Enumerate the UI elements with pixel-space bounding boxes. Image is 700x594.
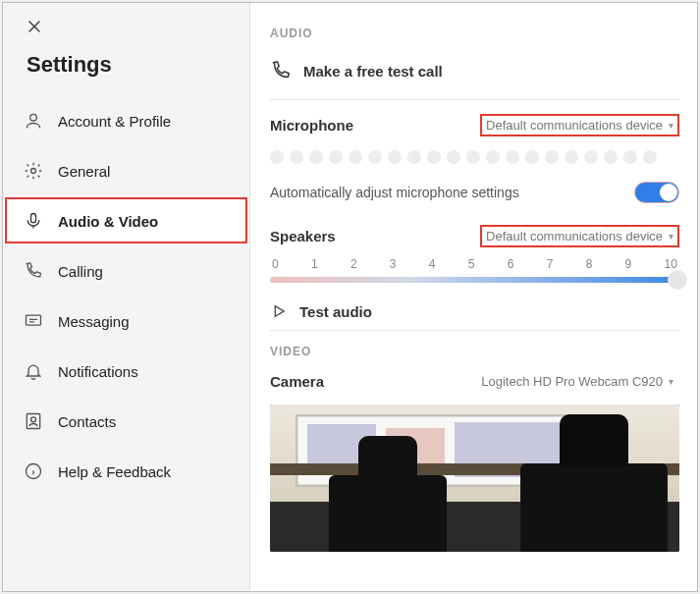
sidebar-item-general[interactable]: General [3, 145, 249, 195]
settings-sidebar: Settings Account & Profile General Audio… [3, 3, 250, 591]
auto-adjust-label: Automatically adjust microphone settings [270, 185, 519, 200]
sidebar-item-messaging[interactable]: Messaging [3, 296, 249, 346]
sidebar-item-label: Calling [58, 263, 103, 280]
test-audio-label: Test audio [299, 303, 372, 320]
camera-row: Camera Logitech HD Pro Webcam C920 ▾ [270, 370, 679, 393]
microphone-level-meter [270, 150, 679, 164]
gear-icon [23, 160, 44, 182]
microphone-label: Microphone [270, 117, 353, 134]
volume-scale-numbers: 012345678910 [270, 257, 679, 271]
svg-rect-4 [27, 414, 39, 429]
play-icon [270, 302, 288, 320]
auto-adjust-toggle[interactable] [634, 182, 679, 203]
sidebar-item-label: Messaging [58, 313, 130, 330]
sidebar-item-audio-video[interactable]: Audio & Video [3, 195, 249, 245]
sidebar-item-help-feedback[interactable]: Help & Feedback [3, 446, 249, 496]
info-icon [23, 460, 44, 482]
sidebar-item-label: Audio & Video [58, 213, 158, 230]
video-section-header: VIDEO [270, 345, 679, 358]
svg-rect-3 [27, 315, 41, 325]
phone-icon [23, 260, 44, 282]
svg-point-1 [31, 169, 36, 174]
camera-device-dropdown[interactable]: Logitech HD Pro Webcam C920 ▾ [475, 370, 679, 393]
sidebar-item-notifications[interactable]: Notifications [3, 346, 249, 396]
speakers-device-dropdown[interactable]: Default communications device ▾ [480, 225, 679, 247]
sidebar-item-label: General [58, 163, 110, 180]
make-test-call-row[interactable]: Make a free test call [270, 52, 679, 89]
svg-point-0 [30, 114, 37, 121]
sidebar-item-label: Notifications [58, 363, 138, 380]
camera-preview [270, 405, 679, 552]
microphone-device-value: Default communications device [486, 118, 663, 133]
camera-label: Camera [270, 373, 324, 390]
auto-adjust-row: Automatically adjust microphone settings [270, 174, 679, 213]
speakers-label: Speakers [270, 228, 336, 244]
bell-icon [23, 360, 44, 382]
svg-rect-2 [31, 214, 36, 223]
speakers-row: Speakers Default communications device ▾ [270, 225, 679, 247]
svg-point-5 [31, 417, 36, 422]
close-icon[interactable] [27, 19, 50, 34]
audio-section-header: AUDIO [270, 27, 679, 40]
chevron-down-icon: ▾ [669, 376, 673, 387]
mic-icon [23, 210, 44, 232]
sidebar-item-account-profile[interactable]: Account & Profile [3, 95, 249, 145]
divider [270, 330, 679, 331]
volume-slider-track[interactable] [270, 277, 679, 283]
speakers-device-value: Default communications device [486, 229, 663, 243]
sidebar-item-label: Help & Feedback [58, 463, 171, 480]
microphone-device-dropdown[interactable]: Default communications device ▾ [480, 114, 679, 136]
person-icon [23, 110, 44, 132]
camera-device-value: Logitech HD Pro Webcam C920 [481, 374, 663, 389]
sidebar-item-calling[interactable]: Calling [3, 245, 249, 296]
contacts-icon [23, 410, 44, 432]
microphone-row: Microphone Default communications device… [270, 114, 679, 136]
make-test-call-label: Make a free test call [303, 63, 443, 80]
settings-title: Settings [3, 44, 249, 95]
settings-main: AUDIO Make a free test call Microphone D… [250, 3, 697, 591]
settings-window: Settings Account & Profile General Audio… [2, 2, 698, 592]
sidebar-item-label: Account & Profile [58, 113, 171, 130]
sidebar-item-contacts[interactable]: Contacts [3, 396, 249, 446]
chevron-down-icon: ▾ [669, 231, 673, 242]
test-audio-button[interactable]: Test audio [270, 302, 679, 320]
divider [270, 99, 679, 100]
speaker-volume-slider[interactable]: 012345678910 [270, 257, 679, 283]
chevron-down-icon: ▾ [669, 120, 673, 131]
phone-outline-icon [270, 60, 292, 81]
message-icon [23, 310, 44, 332]
sidebar-item-label: Contacts [58, 413, 116, 430]
volume-slider-thumb[interactable] [668, 270, 687, 290]
